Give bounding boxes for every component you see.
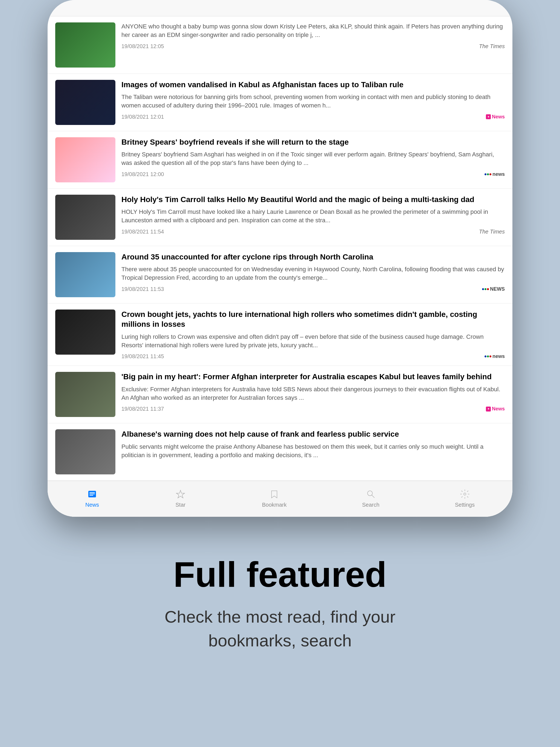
settings-icon bbox=[459, 488, 471, 500]
news-excerpt: Luring high rollers to Crown was expensi… bbox=[121, 333, 505, 350]
bottom-nav: News Star Bookmark bbox=[48, 481, 512, 517]
nav-label-star: Star bbox=[176, 502, 186, 508]
news-thumbnail bbox=[55, 137, 116, 182]
source-label: The Times bbox=[479, 43, 505, 50]
source-label: news bbox=[485, 172, 505, 177]
svg-rect-1 bbox=[90, 492, 95, 493]
news-source: The Times bbox=[479, 43, 505, 50]
full-featured-title: Full featured bbox=[17, 555, 543, 594]
news-thumbnail bbox=[55, 372, 116, 417]
full-featured-section: Full featured Check the most read, find … bbox=[0, 517, 560, 674]
news-thumbnail bbox=[55, 252, 116, 297]
news-source: The Times bbox=[479, 229, 505, 235]
nav-label-news: News bbox=[85, 502, 99, 508]
top-bar bbox=[48, 0, 512, 17]
news-list: ANYONE who thought a baby bump was gonna… bbox=[48, 17, 512, 481]
news-thumbnail bbox=[55, 429, 116, 474]
news-excerpt: There were about 35 people unaccounted f… bbox=[121, 265, 505, 282]
news-title: 'Big pain in my heart': Former Afghan in… bbox=[121, 372, 505, 382]
news-date: 19/08/2021 11:54 bbox=[121, 229, 164, 235]
news-source: NEWS bbox=[482, 286, 505, 292]
news-excerpt: HOLY Holy's Tim Carroll must have looked… bbox=[121, 208, 505, 225]
news-date: 19/08/2021 11:37 bbox=[121, 406, 164, 412]
news-meta: 19/08/2021 11:37 ✦ News bbox=[121, 406, 505, 412]
svg-point-6 bbox=[464, 493, 466, 495]
news-excerpt: Britney Spears' boyfriend Sam Asghari ha… bbox=[121, 150, 505, 168]
news-date: 19/08/2021 11:53 bbox=[121, 286, 164, 292]
news-content: ANYONE who thought a baby bump was gonna… bbox=[121, 22, 505, 50]
news-content: 'Big pain in my heart': Former Afghan in… bbox=[121, 372, 505, 412]
news-title: Holy Holy's Tim Carroll talks Hello My B… bbox=[121, 195, 505, 205]
news-icon bbox=[86, 488, 98, 500]
news-meta: 19/08/2021 12:00 news bbox=[121, 171, 505, 177]
news-item[interactable]: ANYONE who thought a baby bump was gonna… bbox=[48, 17, 512, 74]
phone-frame: ANYONE who thought a baby bump was gonna… bbox=[48, 0, 512, 517]
news-thumbnail bbox=[55, 80, 116, 125]
news-item[interactable]: Holy Holy's Tim Carroll talks Hello My B… bbox=[48, 189, 512, 246]
source-label: news bbox=[485, 354, 505, 359]
news-excerpt: Public servants might welcome the praise… bbox=[121, 443, 505, 460]
news-meta: 19/08/2021 11:54 The Times bbox=[121, 229, 505, 235]
star-icon bbox=[175, 488, 186, 500]
news-app: ANYONE who thought a baby bump was gonna… bbox=[48, 17, 512, 517]
news-title: Britney Spears' boyfriend reveals if she… bbox=[121, 137, 505, 147]
news-date: 19/08/2021 11:45 bbox=[121, 353, 164, 360]
news-title: Crown bought jets, yachts to lure intern… bbox=[121, 310, 505, 330]
nav-item-star[interactable]: Star bbox=[170, 486, 191, 510]
bookmark-icon bbox=[268, 488, 280, 500]
news-excerpt: Exclusive: Former Afghan interpreters fo… bbox=[121, 385, 505, 402]
nav-item-bookmark[interactable]: Bookmark bbox=[258, 486, 291, 510]
svg-rect-3 bbox=[90, 495, 93, 496]
news-date: 19/08/2021 12:01 bbox=[121, 114, 164, 120]
news-title: Around 35 unaccounted for after cyclone … bbox=[121, 252, 505, 262]
news-item[interactable]: Britney Spears' boyfriend reveals if she… bbox=[48, 131, 512, 189]
news-content: Images of women vandalised in Kabul as A… bbox=[121, 80, 505, 120]
nav-label-search: Search bbox=[362, 502, 379, 508]
news-date: 19/08/2021 12:05 bbox=[121, 43, 164, 50]
news-meta: 19/08/2021 12:01 ✦ News bbox=[121, 114, 505, 120]
news-content: Britney Spears' boyfriend reveals if she… bbox=[121, 137, 505, 177]
news-title: Albanese's warning does not help cause o… bbox=[121, 429, 505, 439]
news-meta: 19/08/2021 12:05 The Times bbox=[121, 43, 505, 50]
news-item[interactable]: Crown bought jets, yachts to lure intern… bbox=[48, 304, 512, 366]
news-item[interactable]: Albanese's warning does not help cause o… bbox=[48, 423, 512, 481]
news-item[interactable]: 'Big pain in my heart': Former Afghan in… bbox=[48, 366, 512, 423]
news-title: Images of women vandalised in Kabul as A… bbox=[121, 80, 505, 90]
news-thumbnail bbox=[55, 195, 116, 240]
svg-rect-2 bbox=[90, 493, 95, 494]
news-thumbnail bbox=[55, 310, 116, 355]
news-meta: 19/08/2021 11:53 NEWS bbox=[121, 286, 505, 292]
nav-label-settings: Settings bbox=[455, 502, 475, 508]
news-source: news bbox=[485, 172, 505, 177]
news-excerpt: ANYONE who thought a baby bump was gonna… bbox=[121, 22, 505, 40]
nav-item-news[interactable]: News bbox=[81, 486, 103, 510]
full-featured-subtitle: Check the most read, find your bookmarks… bbox=[157, 605, 403, 653]
news-source: ✦ News bbox=[486, 406, 505, 412]
nav-item-settings[interactable]: Settings bbox=[451, 486, 479, 510]
news-content: Albanese's warning does not help cause o… bbox=[121, 429, 505, 463]
news-content: Around 35 unaccounted for after cyclone … bbox=[121, 252, 505, 292]
svg-line-5 bbox=[372, 495, 374, 498]
news-thumbnail bbox=[55, 22, 116, 68]
nav-label-bookmark: Bookmark bbox=[262, 502, 286, 508]
search-icon bbox=[365, 488, 377, 500]
source-label: The Times bbox=[479, 229, 505, 235]
news-content: Crown bought jets, yachts to lure intern… bbox=[121, 310, 505, 360]
source-label: NEWS bbox=[482, 286, 505, 292]
news-source: ✦ News bbox=[486, 114, 505, 120]
news-content: Holy Holy's Tim Carroll talks Hello My B… bbox=[121, 195, 505, 235]
svg-point-4 bbox=[367, 491, 373, 496]
news-excerpt: The Taliban were notorious for banning g… bbox=[121, 93, 505, 110]
news-meta: 19/08/2021 11:45 news bbox=[121, 353, 505, 360]
news-date: 19/08/2021 12:00 bbox=[121, 171, 164, 177]
news-item[interactable]: Images of women vandalised in Kabul as A… bbox=[48, 74, 512, 131]
nav-item-search[interactable]: Search bbox=[358, 486, 384, 510]
news-source: news bbox=[485, 354, 505, 359]
news-item[interactable]: Around 35 unaccounted for after cyclone … bbox=[48, 246, 512, 304]
source-label: ✦ News bbox=[486, 406, 505, 412]
source-label: ✦ News bbox=[486, 114, 505, 120]
